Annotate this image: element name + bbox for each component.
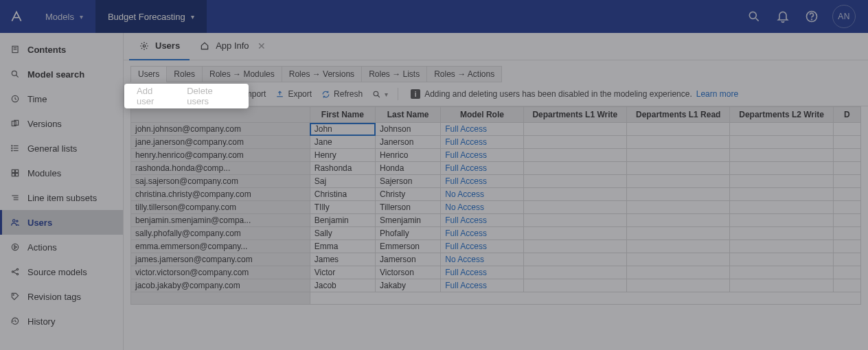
col-more[interactable]: D [833, 107, 860, 123]
col-d2-write[interactable]: Departments L2 Write [730, 107, 833, 123]
sidebar-item-users[interactable]: Users [0, 210, 123, 235]
cell-first-name[interactable]: Emma [310, 240, 375, 253]
cell-more[interactable] [833, 201, 860, 214]
col-first-name[interactable]: First Name [310, 107, 375, 123]
cell-email[interactable]: tilly.tillerson@company.com [131, 201, 310, 214]
cell-first-name[interactable]: Rashonda [310, 162, 375, 175]
cell-d1r[interactable] [627, 240, 730, 253]
tab-users[interactable]: Users [129, 33, 190, 60]
cell-d1r[interactable] [627, 266, 730, 279]
cell-d1r[interactable] [627, 149, 730, 162]
col-email[interactable] [131, 107, 310, 123]
cell-first-name[interactable]: James [310, 253, 375, 266]
subtab-roles[interactable]: Roles [166, 66, 203, 82]
cell-last-name[interactable]: Smenjamin [376, 214, 441, 227]
table-row[interactable]: tilly.tillerson@company.comTIllyTillerso… [131, 201, 861, 214]
cell-email[interactable]: benjamin.smenjamin@compa... [131, 214, 310, 227]
cell-last-name[interactable]: Christy [376, 188, 441, 201]
role-link[interactable]: No Access [445, 255, 484, 264]
table-row[interactable]: benjamin.smenjamin@compa...BenjaminSmenj… [131, 214, 861, 227]
cell-d1w[interactable] [523, 240, 626, 253]
table-row[interactable]: john.johnson@company.comJohnJohnsonFull … [131, 123, 861, 136]
cell-d2w[interactable] [730, 188, 833, 201]
col-last-name[interactable]: Last Name [376, 107, 441, 123]
cell-email[interactable]: christina.christy@company.com [131, 188, 310, 201]
cell-d1w[interactable] [523, 253, 626, 266]
cell-more[interactable] [833, 149, 860, 162]
cell-d1w[interactable] [523, 266, 626, 279]
cell-model-role[interactable]: Full Access [441, 214, 523, 227]
cell-first-name[interactable]: Sally [310, 227, 375, 240]
export-button[interactable]: Export [275, 89, 312, 99]
cell-first-name[interactable]: Henry [310, 149, 375, 162]
table-row[interactable]: henry.henrico@company.comHenryHenricoFul… [131, 149, 861, 162]
cell-last-name[interactable]: Janerson [376, 136, 441, 149]
role-link[interactable]: Full Access [445, 215, 487, 225]
cell-model-role[interactable]: Full Access [441, 149, 523, 162]
cell-email[interactable]: henry.henrico@company.com [131, 149, 310, 162]
cell-last-name[interactable]: Victorson [376, 266, 441, 279]
cell-first-name[interactable]: Saj [310, 175, 375, 188]
close-icon[interactable]: ✕ [258, 40, 266, 51]
table-row[interactable]: jacob.jakaby@company.comJacobJakabyFull … [131, 279, 861, 292]
cell-first-name[interactable]: Jane [310, 136, 375, 149]
refresh-button[interactable]: Refresh [321, 89, 363, 99]
cell-email[interactable]: rashonda.honda@comp... [131, 162, 310, 175]
cell-model-role[interactable]: No Access [441, 253, 523, 266]
cell-more[interactable] [833, 253, 860, 266]
cell-last-name[interactable]: Johnson [376, 123, 441, 136]
cell-email[interactable]: james.jamerson@company.com [131, 253, 310, 266]
cell-d2w[interactable] [730, 136, 833, 149]
cell-last-name[interactable]: Phofally [376, 227, 441, 240]
cell-d1w[interactable] [523, 188, 626, 201]
role-link[interactable]: Full Access [445, 229, 487, 238]
col-d1-read[interactable]: Departments L1 Read [627, 107, 730, 123]
sidebar-item-history[interactable]: History [0, 309, 123, 334]
table-row[interactable]: jane.janerson@company.comJaneJanersonFul… [131, 136, 861, 149]
subtab-roles-lists[interactable]: Roles → Lists [361, 66, 427, 82]
cell-more[interactable] [833, 136, 860, 149]
cell-d2w[interactable] [730, 227, 833, 240]
cell-more[interactable] [833, 240, 860, 253]
cell-last-name[interactable]: Emmerson [376, 240, 441, 253]
cell-first-name[interactable]: Victor [310, 266, 375, 279]
cell-d1w[interactable] [523, 136, 626, 149]
cell-d1w[interactable] [523, 214, 626, 227]
subtab-users[interactable]: Users [130, 66, 167, 82]
sidebar-item-time[interactable]: Time [0, 86, 123, 111]
cell-email[interactable]: john.johnson@company.com [131, 123, 310, 136]
cell-d1r[interactable] [627, 227, 730, 240]
sidebar-item-source-models[interactable]: Source models [0, 259, 123, 284]
subtab-roles-versions[interactable]: Roles → Versions [282, 66, 362, 82]
cell-d1r[interactable] [627, 136, 730, 149]
sidebar-item-versions[interactable]: Versions [0, 111, 123, 136]
cell-email[interactable]: saj.sajerson@company.com [131, 175, 310, 188]
cell-model-role[interactable]: Full Access [441, 162, 523, 175]
cell-d1r[interactable] [627, 214, 730, 227]
role-link[interactable]: Full Access [445, 124, 487, 134]
cell-last-name[interactable]: Sajerson [376, 175, 441, 188]
cell-first-name[interactable]: Christina [310, 188, 375, 201]
cell-d2w[interactable] [730, 123, 833, 136]
cell-d1r[interactable] [627, 123, 730, 136]
cell-d2w[interactable] [730, 162, 833, 175]
role-link[interactable]: No Access [445, 202, 484, 212]
cell-d2w[interactable] [730, 266, 833, 279]
avatar[interactable]: AN [832, 5, 856, 28]
role-link[interactable]: Full Access [445, 268, 487, 277]
cell-d1w[interactable] [523, 149, 626, 162]
cell-d1w[interactable] [523, 162, 626, 175]
cell-email[interactable]: sally.phofally@company.com [131, 227, 310, 240]
role-link[interactable]: Full Access [445, 137, 487, 147]
cell-last-name[interactable]: Jamerson [376, 253, 441, 266]
cell-model-role[interactable]: Full Access [441, 266, 523, 279]
sidebar-item-modules[interactable]: Modules [0, 161, 123, 185]
cell-model-role[interactable]: Full Access [441, 175, 523, 188]
sidebar-item-revision-tags[interactable]: Revision tags [0, 284, 123, 309]
cell-d2w[interactable] [730, 149, 833, 162]
role-link[interactable]: Full Access [445, 242, 487, 251]
table-row[interactable]: emma.emmerson@company...EmmaEmmersonFull… [131, 240, 861, 253]
subtab-roles-modules[interactable]: Roles → Modules [202, 66, 282, 82]
cell-more[interactable] [833, 188, 860, 201]
cell-more[interactable] [833, 227, 860, 240]
